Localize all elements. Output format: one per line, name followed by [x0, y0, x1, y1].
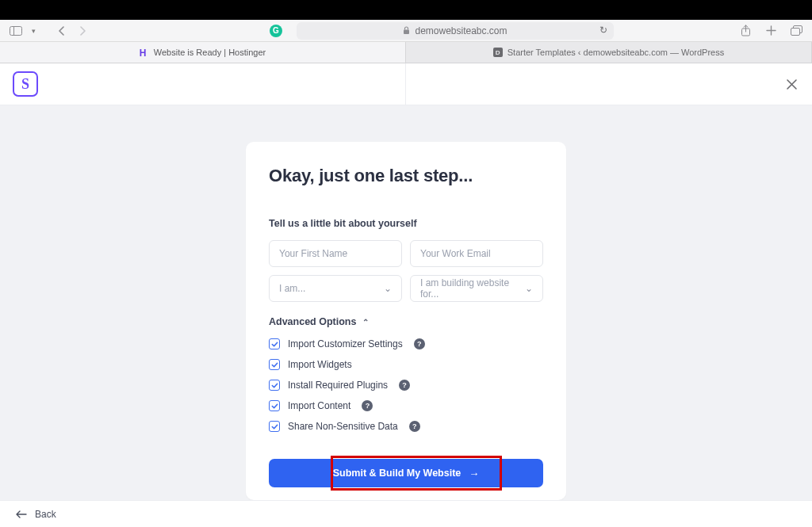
submit-build-button[interactable]: Submit & Build My Website → [269, 459, 543, 487]
work-email-input[interactable] [410, 240, 543, 267]
form-subtitle: Tell us a little bit about yourself [269, 218, 543, 229]
checkbox[interactable] [269, 338, 280, 349]
option-row: Import Content ? [269, 400, 543, 411]
help-icon[interactable]: ? [414, 338, 425, 349]
tab-label: Website is Ready | Hostinger [154, 48, 266, 57]
submit-button-label: Submit & Build My Website [333, 468, 462, 479]
option-row: Import Widgets [269, 359, 543, 370]
tabs-overview-icon[interactable] [788, 23, 804, 39]
new-tab-icon[interactable] [763, 23, 779, 39]
page-title: Okay, just one last step... [269, 166, 543, 186]
option-label: Install Required Plugins [288, 380, 388, 391]
app-logo: S [13, 71, 38, 97]
address-bar[interactable]: demowebsiteabc.com ↻ [297, 22, 614, 40]
back-nav-icon[interactable] [54, 23, 70, 39]
building-for-label: I am building website for... [420, 277, 525, 300]
reload-icon[interactable]: ↻ [599, 25, 607, 36]
iam-select[interactable]: I am... ⌄ [269, 275, 402, 302]
chevron-up-icon: ⌃ [362, 318, 369, 327]
checkbox[interactable] [269, 421, 280, 432]
option-label: Import Content [288, 400, 350, 411]
hostinger-favicon: H [140, 48, 149, 57]
lock-icon [403, 26, 410, 35]
help-icon[interactable]: ? [362, 400, 373, 411]
share-icon[interactable] [737, 23, 753, 39]
grammarly-icon[interactable]: G [270, 25, 282, 37]
form-card: Okay, just one last step... Tell us a li… [246, 142, 566, 500]
option-row: Import Customizer Settings ? [269, 338, 543, 349]
building-for-select[interactable]: I am building website for... ⌄ [410, 275, 543, 302]
arrow-right-icon: → [469, 468, 479, 479]
checkbox[interactable] [269, 359, 280, 370]
back-label: Back [35, 509, 56, 520]
advanced-options-toggle[interactable]: Advanced Options ⌃ [269, 316, 543, 327]
help-icon[interactable]: ? [399, 380, 410, 391]
app-footer: Back [0, 500, 812, 527]
option-label: Import Widgets [288, 359, 352, 370]
chevron-down-icon[interactable]: ▾ [25, 23, 41, 39]
divider [405, 63, 406, 105]
first-name-input[interactable] [269, 240, 402, 267]
starter-templates-favicon: D [493, 48, 503, 57]
workspace: Okay, just one last step... Tell us a li… [0, 105, 812, 500]
option-row: Share Non-Sensitive Data ? [269, 421, 543, 432]
window-titlebar [0, 0, 812, 20]
chevron-down-icon: ⌄ [525, 283, 533, 294]
chevron-down-icon: ⌄ [384, 283, 392, 294]
svg-rect-0 [10, 26, 22, 35]
app-logo-letter: S [21, 76, 29, 93]
iam-select-label: I am... [279, 283, 305, 294]
option-label: Import Customizer Settings [288, 338, 403, 349]
tab-label: Starter Templates ‹ demowebsiteabc.com —… [508, 48, 724, 57]
browser-tab[interactable]: H Website is Ready | Hostinger [0, 42, 406, 63]
option-label: Share Non-Sensitive Data [288, 421, 398, 432]
sidebar-toggle-icon[interactable] [8, 23, 24, 39]
forward-nav-icon[interactable] [75, 23, 90, 39]
browser-toolbar: ▾ G demowebsiteabc.com ↻ [0, 20, 812, 42]
svg-rect-5 [791, 29, 799, 36]
option-row: Install Required Plugins ? [269, 380, 543, 391]
advanced-options-label: Advanced Options [269, 316, 356, 327]
app-header: S [0, 63, 812, 105]
close-icon[interactable] [783, 76, 799, 92]
back-button[interactable]: Back [16, 509, 56, 520]
arrow-left-icon [16, 510, 27, 518]
address-text: demowebsiteabc.com [415, 25, 507, 36]
checkbox[interactable] [269, 400, 280, 411]
svg-rect-2 [404, 30, 409, 35]
checkbox[interactable] [269, 380, 280, 391]
advanced-options-list: Import Customizer Settings ? Import Widg… [269, 338, 543, 432]
help-icon[interactable]: ? [409, 421, 420, 432]
browser-tab[interactable]: D Starter Templates ‹ demowebsiteabc.com… [406, 42, 812, 63]
tab-strip: H Website is Ready | Hostinger D Starter… [0, 42, 812, 63]
